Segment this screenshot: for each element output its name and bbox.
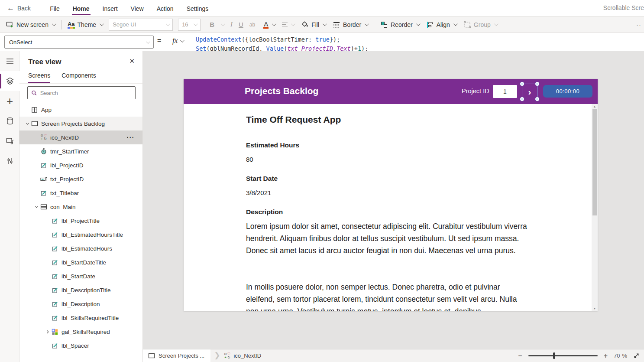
zoom-in-button[interactable]: + — [604, 352, 608, 360]
tree-item-lbl-projectid[interactable]: lbl_ProjectID — [19, 158, 142, 172]
scroll-up-icon[interactable]: ▲ — [592, 105, 598, 108]
tree-item-gal-skillsrequired[interactable]: gal_SkillsRequired — [19, 325, 142, 339]
hamburger-menu-button[interactable] — [0, 51, 19, 71]
zoom-out-button[interactable]: − — [518, 352, 522, 360]
home-toolbar: New screen Aa Theme Segoe UI 16 B I U ab… — [0, 16, 644, 33]
align-button[interactable]: Align — [423, 16, 460, 33]
border-button[interactable]: Border — [329, 16, 371, 33]
zoom-slider-thumb[interactable] — [553, 352, 555, 359]
group-button[interactable]: Group — [460, 16, 501, 33]
project-id-input[interactable] — [493, 85, 517, 98]
italic-button[interactable]: I — [227, 21, 236, 28]
formula-editor[interactable]: UpdateContext({locBoolStartTimer: true})… — [196, 35, 644, 51]
selection-handle[interactable] — [520, 97, 524, 101]
next-id-icon-selected[interactable]: › — [522, 84, 537, 99]
tree-tabs: Screens Components — [28, 72, 96, 83]
chevron-down-icon — [453, 22, 458, 26]
menu-insert[interactable]: Insert — [102, 1, 119, 15]
tree-search-box[interactable] — [27, 86, 136, 99]
fill-button[interactable]: Fill — [298, 16, 329, 33]
toolbar-overflow-button[interactable]: ·· — [636, 21, 641, 28]
description-paragraph-2[interactable]: In mollis posuere dolor, non semper lect… — [246, 281, 530, 311]
description-paragraph-1[interactable]: Lorem ipsum dolor sit amet, consectetur … — [246, 220, 530, 257]
menu-settings[interactable]: Settings — [186, 1, 210, 15]
container-icon — [40, 203, 47, 211]
tab-components[interactable]: Components — [61, 72, 96, 83]
selection-handle[interactable] — [535, 82, 539, 86]
theme-icon: Aa — [68, 21, 75, 29]
menu-action[interactable]: Action — [156, 1, 175, 15]
underline-button[interactable]: U — [236, 21, 246, 28]
advanced-tools-rail-button[interactable] — [0, 151, 19, 171]
text-align-icon — [282, 23, 288, 27]
tree-item-con-main[interactable]: con_Main — [19, 200, 142, 214]
breadcrumb-control[interactable]: ⊘♡+↻ ico_NextID — [223, 352, 261, 359]
start-date-value[interactable]: 3/8/2021 — [246, 189, 271, 196]
estimated-hours-value[interactable]: 80 — [246, 156, 253, 163]
menu-file[interactable]: File — [49, 1, 61, 15]
chevron-down-icon[interactable] — [33, 205, 40, 209]
font-size-select[interactable]: 16 — [178, 19, 201, 31]
tree-item-lbl-descriptiontitle[interactable]: lbl_DescriptionTitle — [19, 283, 142, 297]
label-icon — [40, 189, 47, 197]
breadcrumb-screen[interactable]: Screen Projects ... — [143, 349, 210, 362]
back-button[interactable]: ← Back — [7, 4, 31, 13]
app-title-bar[interactable]: Projects Backlog Project ID › 00:00:00 — [184, 79, 598, 104]
tree-item-lbl-description[interactable]: lbl_Description — [19, 297, 142, 311]
tree-item-txt-projectid[interactable]: txt_ProjectID — [19, 172, 142, 186]
chevron-down-icon[interactable] — [24, 121, 31, 126]
bold-button[interactable]: B — [203, 16, 227, 33]
label-icon — [51, 300, 58, 308]
selection-handle[interactable] — [520, 82, 524, 86]
tree-item-lbl-startdatetitle[interactable]: lbl_StartDateTitle — [19, 255, 142, 269]
start-date-title[interactable]: Start Date — [246, 175, 278, 183]
tree-view-rail-button[interactable] — [0, 71, 19, 91]
tree-item-tmr-starttimer[interactable]: tmr_StartTimer — [19, 144, 142, 158]
property-select[interactable]: OnSelect — [4, 36, 154, 49]
tree-item-lbl-startdate[interactable]: lbl_StartDate — [19, 269, 142, 283]
app-scrollbar[interactable]: ▲ ▼ — [592, 104, 598, 311]
close-panel-button[interactable]: ✕ — [129, 57, 135, 65]
description-title[interactable]: Description — [246, 208, 283, 216]
font-family-select[interactable]: Segoe UI — [109, 19, 173, 31]
insert-rail-button[interactable]: + — [0, 91, 19, 111]
tree-item-ico-nextid[interactable]: ⊘♡+↻ ico_NextID ··· — [19, 130, 142, 144]
label-icon — [51, 259, 58, 266]
fullscreen-button[interactable] — [633, 352, 640, 359]
new-screen-button[interactable]: New screen — [3, 16, 58, 33]
data-rail-button[interactable] — [0, 111, 19, 131]
tree-item-lbl-estimatedhours[interactable]: lbl_EstimatedHours — [19, 241, 142, 255]
tree-item-lbl-projecttitle[interactable]: lbl_ProjectTitle — [19, 214, 142, 228]
panel-title: Tree view — [28, 58, 61, 66]
design-canvas[interactable]: Projects Backlog Project ID › 00:00:00 T… — [143, 51, 644, 349]
timer-control[interactable]: 00:00:00 — [543, 85, 592, 98]
tree-item-lbl-skillsrequiredtitle[interactable]: lbl_SkillsRequiredTitle — [19, 311, 142, 325]
scroll-down-icon[interactable]: ▼ — [592, 307, 598, 310]
theme-button[interactable]: Aa Theme — [64, 16, 106, 33]
more-options-icon[interactable]: ··· — [127, 134, 135, 141]
project-title-label[interactable]: Time Off Request App — [246, 114, 341, 125]
zoom-slider[interactable] — [528, 355, 598, 356]
label-icon — [51, 245, 58, 252]
tree-item-txt-titlebar[interactable]: txt_Titlebar — [19, 186, 142, 200]
estimated-hours-title[interactable]: Estimated Hours — [246, 141, 299, 149]
tree-item-lbl-spacer[interactable]: lbl_Spacer — [19, 339, 142, 352]
toolbar-divider — [374, 20, 374, 29]
tab-screens[interactable]: Screens — [28, 72, 50, 83]
fx-button[interactable]: fx — [172, 36, 183, 45]
search-input[interactable] — [40, 90, 132, 96]
chevron-right-icon[interactable] — [44, 329, 51, 334]
app-content[interactable]: Time Off Request App Estimated Hours 80 … — [184, 104, 598, 311]
menu-home[interactable]: Home — [72, 1, 91, 15]
reorder-button[interactable]: Reorder — [377, 16, 423, 33]
tree-item-app[interactable]: App — [19, 103, 142, 117]
strikethrough-button[interactable]: ab — [246, 22, 258, 28]
media-rail-button[interactable] — [0, 131, 19, 151]
scrollbar-thumb[interactable] — [592, 109, 597, 215]
text-align-button[interactable] — [278, 16, 298, 33]
menu-view[interactable]: View — [130, 1, 145, 15]
tree-item-lbl-estimatedhourstitle[interactable]: lbl_EstimatedHoursTitle — [19, 228, 142, 241]
tree-item-screen-projects-backlog[interactable]: Screen Projects Backlog — [19, 117, 142, 130]
selection-handle[interactable] — [535, 97, 539, 101]
font-color-button[interactable]: A — [260, 16, 278, 33]
